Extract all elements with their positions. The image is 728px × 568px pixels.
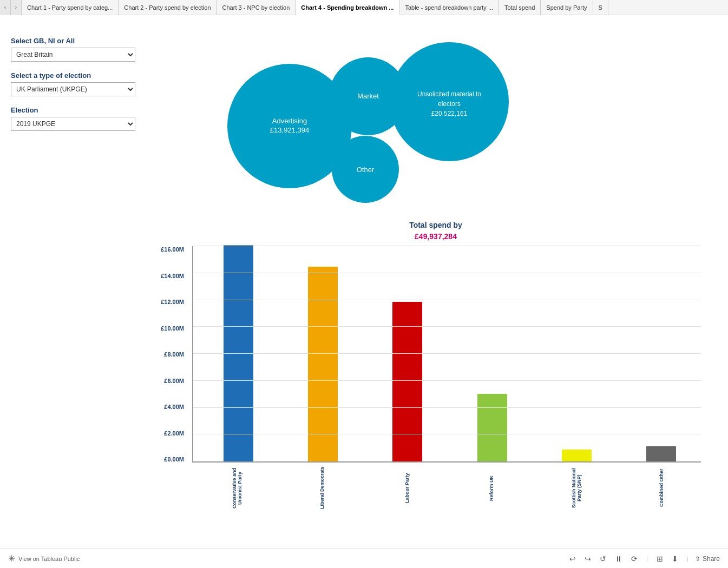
y-label-0: £0.00M [154,456,184,463]
bar-label-other: Combined Other [659,466,664,510]
svg-text:electors: electors [438,100,461,108]
bar-label-snp: Scottish National Party (SNP) [571,466,582,510]
bar-group-other [622,446,701,461]
election-label: Election [11,106,143,114]
revert-button[interactable]: ↺ [598,553,608,564]
undo-button[interactable]: ↩ [567,553,578,564]
y-label-8: £16.00M [154,246,184,253]
bar-group-snp [537,450,616,461]
y-label-1: £2.00M [154,430,184,437]
bar-labour [392,302,422,461]
election-type-select[interactable]: UK Parliament (UKPGE) Scottish Parliamen… [11,82,135,96]
svg-text:£20,522,161: £20,522,161 [431,110,468,117]
bars-area [192,246,701,463]
footer-left: ✳ View on Tableau Public [8,553,80,564]
gb-select[interactable]: Great Britain Northern Ireland All [11,48,135,62]
y-label-6: £12.00M [154,299,184,305]
bubble-chart: Advertising £13,921,394 Market Unsolicit… [154,26,717,210]
left-panel: Select GB, NI or All Great Britain North… [11,26,143,538]
share-label: Share [703,555,720,563]
tab-next-button[interactable]: › [11,0,22,15]
election-select[interactable]: 2019 UKPGE 2017 UKPGE 2015 UKPGE 2010 UK… [11,117,135,131]
tab-chart2[interactable]: Chart 2 - Party spend by election [119,0,217,15]
y-label-3: £6.00M [154,378,184,384]
y-label-7: £14.00M [154,273,184,279]
footer: ✳ View on Tableau Public ↩ ↪ ↺ ⏸ ⟳ | ⊞ ⬇… [0,549,728,568]
bar-snp [562,450,592,461]
tab-totalspend[interactable]: Total spend [499,0,541,15]
bar-group-libdems [283,267,362,461]
svg-text:Market: Market [357,92,379,100]
pause-button[interactable]: ⏸ [613,553,625,564]
view-button[interactable]: ⊞ [654,553,665,564]
bar-other [646,446,676,461]
footer-right: ↩ ↪ ↺ ⏸ ⟳ | ⊞ ⬇ | ⇧ Share [567,553,720,564]
tab-bar: ‹ › Chart 1 - Party spend by categ... Ch… [0,0,728,15]
svg-text:Advertising: Advertising [272,117,307,125]
tab-spendparty[interactable]: Spend by Party [541,0,593,15]
chart-total: £49,937,284 [154,232,717,241]
tab-chart4[interactable]: Chart 4 - Spending breakdown ... [296,0,399,15]
tab-prev-button[interactable]: ‹ [0,0,11,15]
share-button[interactable]: ⇧ Share [695,555,720,563]
tab-chart3[interactable]: Chart 3 - NPC by election [217,0,296,15]
tableau-icon: ✳ [8,553,15,564]
y-label-4: £8.00M [154,351,184,358]
bar-libdems [308,267,338,461]
view-on-tableau-link[interactable]: View on Tableau Public [18,556,80,562]
bar-label-conservative: Conservative and Unionist Party [232,466,242,510]
gb-label: Select GB, NI or All [11,37,143,45]
bar-group-labour [368,302,447,461]
right-panel: Advertising £13,921,394 Market Unsolicit… [154,26,717,538]
bar-conservative [224,245,253,461]
bar-group-conservative [199,245,278,461]
chart-title: Total spend by [154,221,717,229]
y-label-2: £4.00M [154,404,184,410]
bar-label-labour: Labour Party [404,466,410,510]
refresh-button[interactable]: ⟳ [629,553,640,564]
election-type-label: Select a type of election [11,71,143,80]
tab-table[interactable]: Table - spend breakdown party ... [399,0,499,15]
redo-button[interactable]: ↪ [582,553,593,564]
bar-reform [477,394,507,461]
share-icon: ⇧ [695,555,700,563]
y-label-5: £10.00M [154,325,184,332]
bar-group-reform [452,394,532,461]
tab-chart1[interactable]: Chart 1 - Party spend by categ... [22,0,119,15]
svg-text:Other: Other [357,166,375,174]
svg-text:Unsolicited material to: Unsolicited material to [417,90,481,98]
svg-text:£13,921,394: £13,921,394 [270,126,309,134]
tab-s[interactable]: S [593,0,608,15]
main-content: Select GB, NI or All Great Britain North… [0,15,728,549]
bar-label-reform: Reform UK [489,466,494,510]
bar-chart-section: Total spend by £49,937,284 £0.00M £2.00M… [154,221,717,510]
bar-label-libdems: Liberal Democrats [319,466,325,510]
download-button[interactable]: ⬇ [670,553,680,564]
